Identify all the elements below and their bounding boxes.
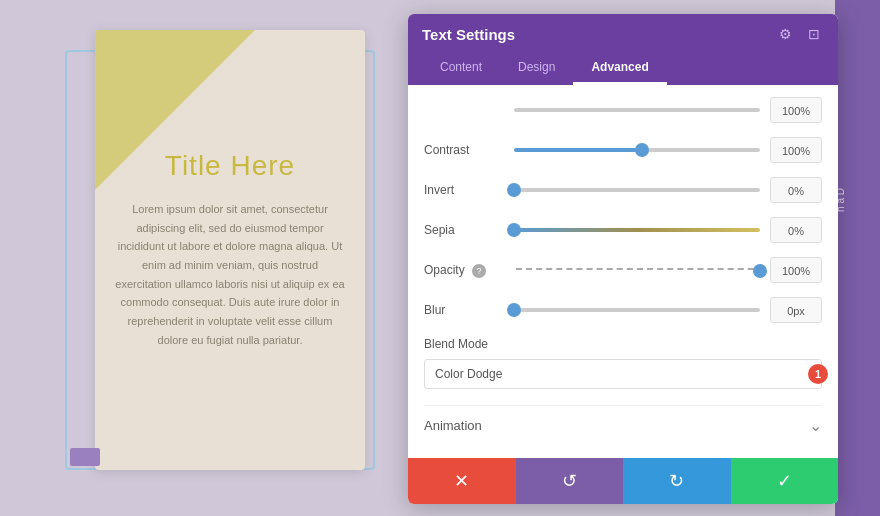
design-card: Title Here Lorem ipsum dolor sit amet, c… [95, 30, 365, 470]
invert-label: Invert [424, 183, 504, 197]
brightness-value: 100% [770, 97, 822, 123]
card-title: Title Here [95, 150, 365, 182]
opacity-help-icon[interactable]: ? [472, 264, 486, 278]
blend-mode-row: Color Dodge 1 [424, 359, 822, 389]
blend-mode-badge: 1 [808, 364, 828, 384]
opacity-slider[interactable] [514, 268, 760, 272]
save-button[interactable]: ✓ [731, 458, 839, 504]
expand-icon-btn[interactable]: ⊡ [804, 24, 824, 44]
brightness-slider[interactable] [514, 108, 760, 112]
blur-label: Blur [424, 303, 504, 317]
contrast-row: Contrast 100% [424, 137, 822, 163]
invert-row: Invert 0% [424, 177, 822, 203]
blur-thumb[interactable] [507, 303, 521, 317]
invert-slider[interactable] [514, 188, 760, 192]
contrast-label: Contrast [424, 143, 504, 157]
panel-title-row: Text Settings ⚙ ⊡ [422, 24, 824, 44]
panel-tabs: Content Design Advanced [422, 52, 824, 85]
invert-thumb[interactable] [507, 183, 521, 197]
right-stripe: n a D [835, 0, 880, 516]
sepia-label: Sepia [424, 223, 504, 237]
redo-button[interactable]: ↻ [623, 458, 731, 504]
settings-icon-btn[interactable]: ⚙ [775, 24, 796, 44]
opacity-row: Opacity ? 100% [424, 257, 822, 283]
opacity-value: 100% [770, 257, 822, 283]
bottom-toolbar: ✕ ↺ ↻ ✓ [408, 458, 838, 504]
blur-row: Blur 0px [424, 297, 822, 323]
right-stripe-text: n a D [835, 180, 880, 220]
tab-advanced[interactable]: Advanced [573, 52, 666, 85]
card-body: Lorem ipsum dolor sit amet, consectetur … [115, 200, 345, 350]
bottom-accent [70, 448, 100, 466]
animation-section[interactable]: Animation ⌄ [424, 405, 822, 435]
contrast-slider[interactable] [514, 148, 760, 152]
sepia-row: Sepia 0% [424, 217, 822, 243]
sepia-value: 0% [770, 217, 822, 243]
blend-mode-label: Blend Mode [424, 337, 822, 351]
cancel-button[interactable]: ✕ [408, 458, 516, 504]
blend-mode-select[interactable]: Color Dodge [424, 359, 822, 389]
undo-button[interactable]: ↺ [516, 458, 624, 504]
chevron-down-icon: ⌄ [809, 416, 822, 435]
invert-value: 0% [770, 177, 822, 203]
blur-slider[interactable] [514, 308, 760, 312]
panel-header: Text Settings ⚙ ⊡ Content Design Advance… [408, 14, 838, 85]
panel-title: Text Settings [422, 26, 515, 43]
settings-panel: Text Settings ⚙ ⊡ Content Design Advance… [408, 14, 838, 504]
animation-label: Animation [424, 418, 482, 433]
opacity-label: Opacity ? [424, 263, 504, 278]
opacity-thumb[interactable] [753, 264, 767, 278]
blur-value: 0px [770, 297, 822, 323]
tab-content[interactable]: Content [422, 52, 500, 85]
panel-body: 100% Contrast 100% Invert 0% Sepia [408, 85, 838, 458]
sepia-thumb[interactable] [507, 223, 521, 237]
sepia-slider[interactable] [514, 228, 760, 232]
brightness-row: 100% [424, 97, 822, 123]
contrast-value: 100% [770, 137, 822, 163]
tab-design[interactable]: Design [500, 52, 573, 85]
panel-icons: ⚙ ⊡ [775, 24, 824, 44]
contrast-thumb[interactable] [635, 143, 649, 157]
